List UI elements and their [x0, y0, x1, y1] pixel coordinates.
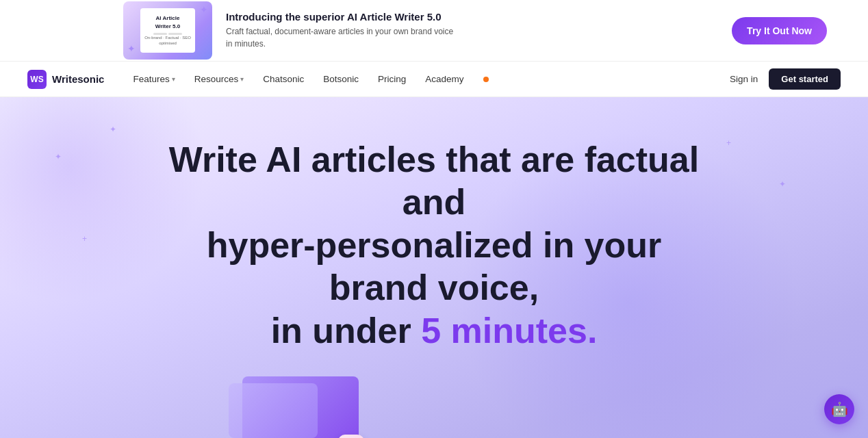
- hero-title-line3-prefix: in under: [271, 311, 422, 350]
- get-started-button[interactable]: Get started: [769, 68, 841, 90]
- logo-icon: WS: [27, 70, 47, 89]
- banner-text: Introducing the superior AI Article Writ…: [226, 11, 459, 50]
- sign-in-button[interactable]: Sign in: [730, 74, 758, 84]
- hero-title-line1: Write AI articles that are factual and: [169, 140, 700, 222]
- banner-cta-button[interactable]: Try It Out Now: [732, 17, 827, 44]
- nav-chatsonic[interactable]: Chatsonic: [263, 74, 304, 84]
- banner-description: Craft factual, document-aware articles i…: [226, 25, 459, 50]
- nav-resources[interactable]: Resources ▾: [194, 74, 244, 84]
- banner-left: AI Article Writer 5.0 On-brand · Factual…: [123, 1, 459, 60]
- banner-mockup-image: AI Article Writer 5.0 On-brand · Factual…: [123, 1, 212, 60]
- nav-notification-dot: [483, 77, 489, 82]
- hero-title-line2: hyper-personalized in your brand voice,: [207, 225, 662, 307]
- logo-text: Writesonic: [52, 73, 104, 85]
- pink-magic-badge: 🪄: [338, 435, 364, 438]
- mockup-sub: On-brand · Factual · SEO optimised: [144, 35, 191, 47]
- main-navbar: WS Writesonic Features ▾ Resources ▾ Cha…: [0, 62, 868, 97]
- star-decoration-2: ✦: [127, 43, 136, 54]
- mockup-label-writer: Writer 5.0: [155, 23, 180, 30]
- chatbot-icon: 🤖: [831, 401, 848, 417]
- nav-features[interactable]: Features ▾: [133, 74, 175, 84]
- hero-content: Write AI articles that are factual and h…: [0, 97, 868, 352]
- hero-title-highlight: 5 minutes.: [421, 311, 597, 350]
- star-decoration-1: ✦: [200, 4, 208, 15]
- nav-actions: Sign in Get started: [730, 68, 841, 90]
- nav-academy[interactable]: Academy: [425, 74, 463, 84]
- nav-links: Features ▾ Resources ▾ Chatsonic Botsoni…: [133, 74, 708, 84]
- hero-title: Write AI articles that are factual and h…: [160, 138, 708, 352]
- purple-block-2: [229, 383, 318, 438]
- logo[interactable]: WS Writesonic: [27, 70, 104, 89]
- features-chevron-icon: ▾: [172, 75, 175, 83]
- announcement-banner: AI Article Writer 5.0 On-brand · Factual…: [0, 0, 868, 62]
- mockup-label-ai: AI Article: [156, 14, 180, 22]
- banner-title: Introducing the superior AI Article Writ…: [226, 11, 459, 23]
- nav-pricing[interactable]: Pricing: [378, 74, 406, 84]
- hero-section: ✦ ✦ + + ✦ Write AI articles that are fac…: [0, 97, 868, 438]
- chatbot-button[interactable]: 🤖: [824, 394, 854, 424]
- resources-chevron-icon: ▾: [240, 75, 244, 83]
- nav-botsonic[interactable]: Botsonic: [323, 74, 359, 84]
